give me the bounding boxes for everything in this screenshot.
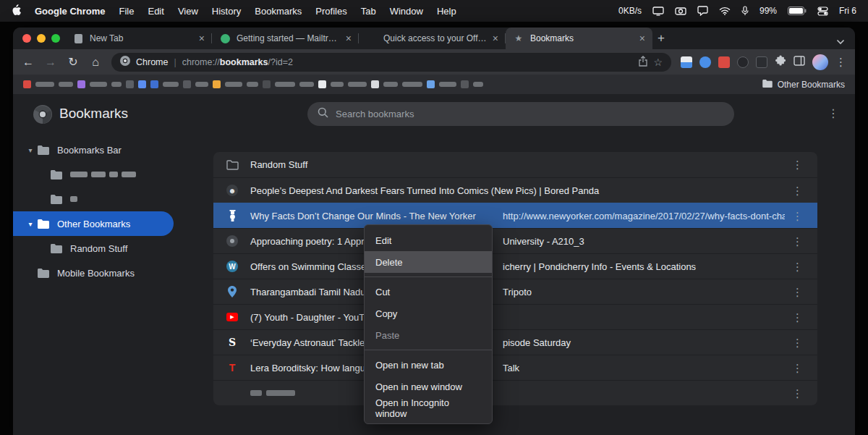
- apple-menu-icon[interactable]: [12, 4, 21, 18]
- share-icon[interactable]: [639, 56, 647, 69]
- zoom-window-button[interactable]: [51, 34, 60, 43]
- bookmark-label-redacted[interactable]: [225, 82, 242, 87]
- tree-item-bookmarks-bar[interactable]: ▾Bookmarks Bar: [13, 138, 203, 162]
- bookmark-label-redacted[interactable]: [163, 82, 179, 87]
- tree-item-redacted[interactable]: ▾: [13, 187, 203, 211]
- bookmark-favicon-icon[interactable]: [427, 80, 435, 88]
- bookmark-row[interactable]: Approaching poetry: 1 ApproUniversity - …: [213, 228, 817, 253]
- side-panel-icon[interactable]: [793, 56, 805, 69]
- row-kebab-menu-icon[interactable]: ⋮: [792, 337, 803, 348]
- menubar-item-help[interactable]: Help: [437, 6, 456, 17]
- bookmark-label-redacted[interactable]: [195, 82, 208, 87]
- tree-item-other-bookmarks[interactable]: ▾Other Bookmarks: [13, 211, 174, 236]
- bookmark-label-redacted[interactable]: [402, 82, 422, 87]
- search-bar[interactable]: [307, 102, 734, 126]
- bookmark-favicon-icon[interactable]: [371, 80, 379, 88]
- bookmark-label-redacted[interactable]: [383, 82, 398, 87]
- home-icon[interactable]: ⌂: [89, 56, 102, 69]
- tree-item-redacted[interactable]: ▾: [13, 162, 203, 187]
- tab-quick-access-to-your-office-fil[interactable]: Quick access to your Office fil×: [359, 28, 506, 49]
- profile-avatar[interactable]: [812, 54, 828, 70]
- row-kebab-menu-icon[interactable]: ⋮: [792, 261, 803, 272]
- menubar-item-tab[interactable]: Tab: [361, 6, 376, 17]
- bookmark-label-redacted[interactable]: [299, 82, 314, 87]
- camera-icon[interactable]: [675, 7, 686, 15]
- bookmark-row[interactable]: Why Facts Don’t Change Our Minds - The N…: [213, 203, 817, 228]
- bookmark-label-redacted[interactable]: [473, 82, 483, 87]
- row-kebab-menu-icon[interactable]: ⋮: [792, 159, 803, 170]
- bookmark-favicon-icon[interactable]: [138, 80, 146, 88]
- menubar-item-bookmarks[interactable]: Bookmarks: [255, 6, 302, 17]
- menu-item-cut[interactable]: Cut: [365, 281, 492, 303]
- menu-item-paste[interactable]: Paste: [365, 324, 492, 346]
- bookmark-label-redacted[interactable]: [111, 82, 122, 87]
- row-kebab-menu-icon[interactable]: ⋮: [792, 312, 803, 323]
- bookmark-favicon-icon[interactable]: [150, 80, 158, 88]
- row-kebab-menu-icon[interactable]: ⋮: [792, 185, 803, 196]
- forward-icon[interactable]: →: [44, 56, 57, 69]
- row-kebab-menu-icon[interactable]: ⋮: [792, 388, 803, 399]
- menu-item-open-in-incognito-window[interactable]: Open in Incognito window: [365, 397, 492, 419]
- bookmark-row[interactable]: ▶(7) Youth - Daughter - YouTub⋮: [213, 304, 817, 329]
- bookmark-label-redacted[interactable]: [331, 82, 344, 87]
- menu-item-open-in-new-window[interactable]: Open in new window: [365, 376, 492, 397]
- menu-item-open-in-new-tab[interactable]: Open in new tab: [365, 354, 492, 376]
- bookmark-favicon-icon[interactable]: [23, 80, 31, 88]
- menubar-item-edit[interactable]: Edit: [148, 6, 163, 17]
- chat-icon[interactable]: [697, 6, 708, 16]
- bookmark-row[interactable]: S‘Everyday Astronaut’ Tacklespisode Satu…: [213, 329, 817, 355]
- bookmark-favicon-icon[interactable]: [461, 80, 469, 88]
- tab-bookmarks[interactable]: ★Bookmarks×: [506, 28, 652, 49]
- bookmark-label-redacted[interactable]: [90, 82, 107, 87]
- menu-item-copy[interactable]: Copy: [365, 303, 492, 324]
- page-menu-kebab-icon[interactable]: ⋮: [827, 106, 839, 120]
- tab-close-icon[interactable]: ×: [639, 33, 645, 43]
- tab-getting-started-mailtrack[interactable]: Getting started — Mailtrack×: [212, 28, 359, 49]
- bookmark-row[interactable]: WOffers on Swimming Classesicherry | Pon…: [213, 253, 817, 279]
- row-kebab-menu-icon[interactable]: ⋮: [792, 363, 803, 373]
- bookmark-favicon-icon[interactable]: [183, 80, 191, 88]
- menubar-app-name[interactable]: Google Chrome: [35, 6, 106, 17]
- search-input[interactable]: [336, 109, 724, 119]
- bookmark-row[interactable]: Tharangambadi Tamil Nadu ItTripoto⋮: [213, 279, 817, 304]
- minimize-window-button[interactable]: [37, 34, 46, 43]
- tab-close-icon[interactable]: ×: [346, 33, 352, 43]
- menu-item-delete[interactable]: Delete: [365, 251, 492, 273]
- menubar-item-profiles[interactable]: Profiles: [315, 6, 346, 17]
- caret-down-icon[interactable]: ▾: [23, 220, 38, 228]
- red-extension-icon[interactable]: [718, 56, 730, 68]
- bookmark-favicon-icon[interactable]: [126, 80, 134, 88]
- caret-down-icon[interactable]: ▾: [23, 146, 38, 154]
- close-window-button[interactable]: [22, 34, 31, 43]
- control-center-icon[interactable]: [817, 6, 828, 17]
- bookmark-favicon-icon[interactable]: [213, 80, 221, 88]
- bookmark-row[interactable]: ☻People’s Deepest And Darkest Fears Turn…: [213, 177, 817, 203]
- tab-close-icon[interactable]: ×: [199, 33, 205, 43]
- bookmark-row[interactable]: ⋮: [213, 380, 817, 405]
- browser-menu-kebab-icon[interactable]: ⋮: [835, 56, 846, 67]
- bookmark-favicon-icon[interactable]: [77, 80, 85, 88]
- new-tab-button[interactable]: +: [654, 31, 668, 46]
- bookmark-label-redacted[interactable]: [439, 82, 456, 87]
- bookmark-row[interactable]: Random Stuff⋮: [213, 152, 817, 177]
- menubar-item-window[interactable]: Window: [390, 6, 423, 17]
- tab-new-tab[interactable]: New Tab×: [65, 28, 212, 49]
- address-bar[interactable]: Chrome | chrome://bookmarks/?id=2 ☆: [111, 53, 671, 72]
- bookmark-favicon-icon[interactable]: [263, 80, 271, 88]
- tree-item-random-stuff[interactable]: ▾Random Stuff: [13, 236, 203, 261]
- screen-mirroring-icon[interactable]: [652, 7, 664, 16]
- row-kebab-menu-icon[interactable]: ⋮: [792, 236, 803, 247]
- bookmark-label-redacted[interactable]: [348, 82, 367, 87]
- other-bookmarks-folder[interactable]: Other Bookmarks: [762, 80, 845, 90]
- reload-icon[interactable]: ↻: [67, 55, 80, 69]
- blue-extension-icon[interactable]: [699, 56, 711, 68]
- menubar-item-view[interactable]: View: [178, 6, 198, 17]
- bookmark-star-icon[interactable]: ☆: [653, 56, 663, 68]
- photo-extension-icon[interactable]: [681, 56, 692, 68]
- menubar-item-file[interactable]: File: [119, 6, 135, 17]
- menubar-date[interactable]: Fri 6: [839, 6, 856, 16]
- bookmark-label-redacted[interactable]: [59, 82, 73, 87]
- dark-circle-extension-icon[interactable]: [737, 56, 749, 68]
- extensions-puzzle-icon[interactable]: [775, 55, 786, 69]
- row-kebab-menu-icon[interactable]: ⋮: [792, 287, 803, 297]
